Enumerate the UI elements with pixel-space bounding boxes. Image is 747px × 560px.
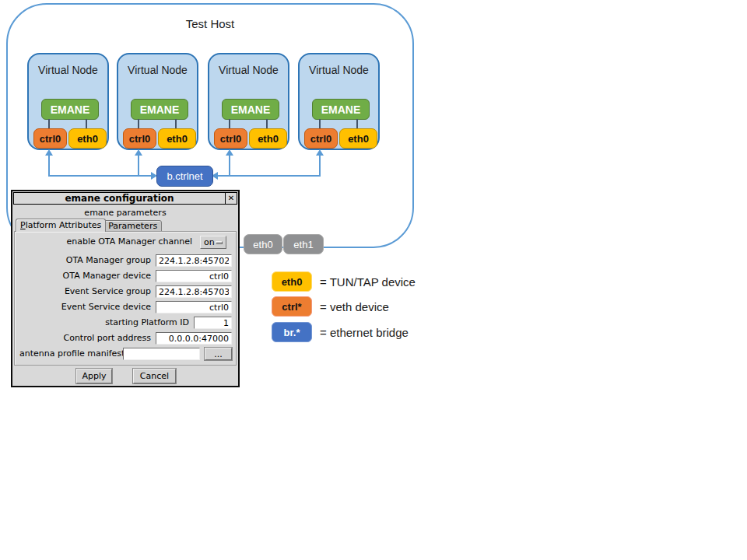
connector-line bbox=[138, 155, 139, 177]
dialog-subtitle: emane parameters bbox=[12, 208, 238, 218]
legend-veth-label: = veth device bbox=[320, 296, 389, 317]
screen: Test Host Virtual Node EMANE ctrl0 eth0 … bbox=[0, 0, 747, 560]
legend-tun-label: = TUN/TAP device bbox=[320, 271, 416, 292]
host-eth0-box: eth0 bbox=[244, 234, 282, 254]
emane-box: EMANE bbox=[131, 99, 188, 120]
ota-group-input[interactable] bbox=[156, 254, 232, 267]
control-port-input[interactable] bbox=[156, 332, 232, 345]
tab-label: latform Attributes bbox=[26, 220, 102, 230]
ctrl-interface: ctrl0 bbox=[214, 128, 247, 149]
test-host-title: Test Host bbox=[8, 17, 412, 30]
event-group-input[interactable] bbox=[156, 285, 232, 298]
connector-line bbox=[229, 155, 230, 177]
connector-line bbox=[319, 155, 321, 177]
ota-device-input[interactable] bbox=[156, 270, 232, 282]
emane-ctrl-link-line bbox=[138, 119, 139, 128]
emane-eth-link-line bbox=[175, 119, 177, 128]
eth-interface: eth0 bbox=[339, 128, 377, 149]
close-icon[interactable]: ✕ bbox=[225, 193, 237, 204]
ota-enable-dropdown[interactable]: on bbox=[200, 236, 226, 249]
ota-enable-label: enable OTA Manager channel bbox=[66, 236, 192, 248]
control-bridge-box: b.ctrlnet bbox=[156, 166, 213, 187]
cancel-button[interactable]: Cancel bbox=[133, 369, 176, 383]
ota-enable-value: on bbox=[204, 237, 215, 247]
eth-interface: eth0 bbox=[249, 128, 287, 149]
virtual-node: Virtual Node EMANE ctrl0 eth0 bbox=[208, 53, 289, 150]
tab-content-frame bbox=[14, 231, 237, 366]
legend-bridge-label: = ethernet bridge bbox=[320, 322, 409, 342]
virtual-node: Virtual Node EMANE ctrl0 eth0 bbox=[27, 53, 109, 150]
connector-line bbox=[218, 175, 321, 177]
browse-button[interactable]: ... bbox=[205, 348, 232, 360]
virtual-node-title: Virtual Node bbox=[29, 64, 107, 76]
emane-ctrl-link-line bbox=[48, 119, 50, 128]
eth-interface: eth0 bbox=[158, 128, 196, 149]
emane-configuration-dialog: emane configuration ✕ emane parameters P… bbox=[11, 190, 240, 387]
emane-box: EMANE bbox=[312, 99, 370, 120]
platform-id-label: starting Platform ID bbox=[105, 317, 189, 329]
apply-button[interactable]: Apply bbox=[76, 369, 112, 383]
emane-ctrl-link-line bbox=[229, 119, 230, 128]
legend-tun-box: eth0 bbox=[272, 271, 312, 292]
antenna-uri-input[interactable] bbox=[123, 348, 200, 360]
control-port-label: Control port address bbox=[63, 332, 151, 345]
connector-line bbox=[48, 155, 50, 177]
emane-eth-link-line bbox=[356, 119, 358, 128]
dialog-titlebar[interactable]: emane configuration ✕ bbox=[13, 192, 237, 205]
virtual-node: Virtual Node EMANE ctrl0 eth0 bbox=[298, 53, 380, 150]
host-eth1-box: eth1 bbox=[283, 234, 324, 254]
event-group-label: Event Service group bbox=[65, 285, 151, 298]
emane-box: EMANE bbox=[222, 99, 279, 120]
ctrl-interface: ctrl0 bbox=[123, 128, 156, 149]
platform-id-input[interactable] bbox=[194, 317, 232, 329]
tab-hotkey: P bbox=[20, 220, 26, 230]
emane-eth-link-line bbox=[86, 119, 87, 128]
ctrl-interface: ctrl0 bbox=[33, 128, 67, 149]
event-device-label: Event Service device bbox=[61, 301, 151, 313]
emane-eth-link-line bbox=[266, 119, 268, 128]
tab-platform-attributes[interactable]: Platform Attributes bbox=[16, 219, 106, 232]
emane-ctrl-link-line bbox=[319, 119, 321, 128]
ota-device-label: OTA Manager device bbox=[63, 270, 151, 282]
dropdown-indicator-icon bbox=[216, 241, 223, 244]
legend-veth-box: ctrl* bbox=[272, 296, 312, 317]
ota-group-label: OTA Manager group bbox=[66, 254, 151, 267]
dialog-title: emane configuration bbox=[14, 193, 225, 204]
event-device-input[interactable] bbox=[156, 301, 232, 313]
virtual-node-title: Virtual Node bbox=[118, 64, 197, 76]
eth-interface: eth0 bbox=[68, 128, 107, 149]
connector-line bbox=[48, 175, 152, 177]
virtual-node-title: Virtual Node bbox=[300, 64, 378, 76]
ctrl-interface: ctrl0 bbox=[304, 128, 338, 149]
legend-bridge-box: br.* bbox=[272, 322, 312, 342]
virtual-node: Virtual Node EMANE ctrl0 eth0 bbox=[117, 53, 198, 150]
emane-box: EMANE bbox=[41, 99, 99, 120]
virtual-node-title: Virtual Node bbox=[209, 64, 288, 76]
